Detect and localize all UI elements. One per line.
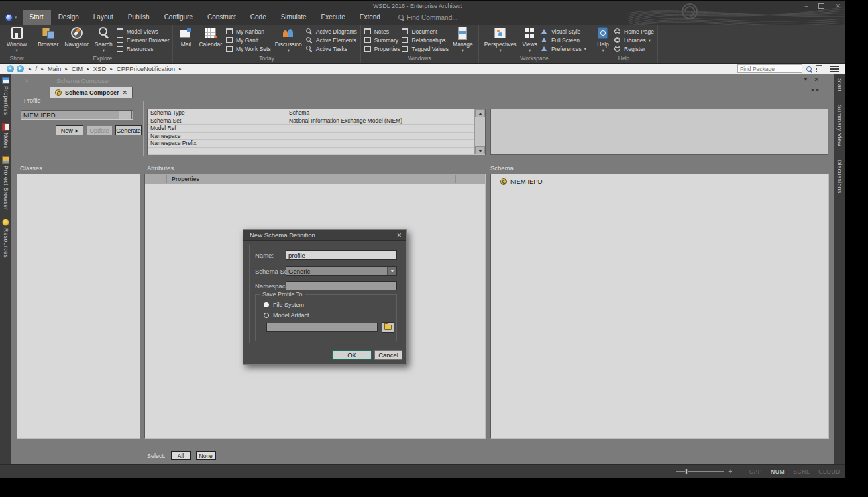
- schema-root-item[interactable]: NIEM IEPD: [500, 178, 543, 185]
- panel-close-icon[interactable]: ✕: [814, 76, 819, 83]
- sidebar-item-discussions[interactable]: Discussions: [836, 160, 843, 193]
- restore-icon[interactable]: [818, 3, 824, 9]
- sidebar-item-properties[interactable]: Properties: [2, 77, 9, 115]
- schema-set-dropdown[interactable]: Generic: [286, 266, 397, 276]
- scroll-up-icon[interactable]: [475, 109, 485, 117]
- ribbon-tab-construct[interactable]: Construct: [200, 10, 243, 25]
- forward-button[interactable]: [17, 65, 24, 72]
- ribbon-item-resources[interactable]: Resources: [117, 45, 170, 52]
- ribbon-tab-execute[interactable]: Execute: [314, 10, 353, 25]
- tab-close-icon[interactable]: ✕: [123, 89, 128, 96]
- classes-panel[interactable]: [17, 174, 140, 439]
- ribbon-button-navigator[interactable]: Navigator: [62, 25, 90, 52]
- radio-option-model-artifact[interactable]: Model Artifact: [264, 312, 309, 319]
- ribbon-item-visual-style[interactable]: Visual Style: [541, 28, 586, 35]
- dropdown-arrow-icon[interactable]: [387, 267, 396, 275]
- ribbon-tab-publish[interactable]: Publish: [121, 10, 157, 25]
- ribbon-item-properties[interactable]: Properties: [364, 45, 400, 52]
- cancel-button[interactable]: Cancel: [374, 350, 402, 360]
- back-button[interactable]: [7, 65, 14, 72]
- ribbon-button-discussion[interactable]: Discussion▾: [273, 25, 304, 52]
- ribbon-item-libraries[interactable]: Libraries▾: [614, 36, 654, 44]
- table-row[interactable]: Schema SetNational Information Exchange …: [148, 117, 485, 125]
- artifact-path-field[interactable]: [266, 323, 378, 332]
- scroll-down-icon[interactable]: [475, 146, 485, 154]
- ribbon-button-perspectives[interactable]: Perspectives▾: [482, 25, 519, 52]
- ribbon-tab-layout[interactable]: Layout: [86, 10, 121, 25]
- namespace-field[interactable]: [286, 281, 397, 290]
- ribbon-button-manage[interactable]: Manage▾: [451, 25, 475, 52]
- pin-down-icon[interactable]: ▼: [803, 76, 808, 82]
- select-all-button[interactable]: All: [171, 451, 191, 460]
- generate-button[interactable]: Generate: [115, 125, 142, 135]
- browse-folder-button[interactable]: [382, 322, 394, 333]
- ribbon-item-full-screen[interactable]: Full Screen: [541, 36, 586, 44]
- ribbon-item-active-tasks[interactable]: Active Tasks: [306, 45, 357, 52]
- search-icon[interactable]: [806, 66, 812, 72]
- breadcrumb-item-main[interactable]: Main: [48, 65, 62, 72]
- sidebar-item-notes[interactable]: Notes: [2, 123, 9, 149]
- update-button[interactable]: Update: [86, 125, 113, 135]
- breadcrumb-item-blank[interactable]: /: [36, 65, 38, 72]
- table-scrollbar[interactable]: [474, 109, 485, 154]
- ribbon-item-home-page[interactable]: Home Page: [614, 28, 654, 35]
- app-menu-button[interactable]: ▾: [0, 10, 23, 25]
- ribbon-tab-design[interactable]: Design: [51, 10, 86, 25]
- sidebar-item-resources[interactable]: Resources: [2, 219, 9, 258]
- ribbon-tab-extend[interactable]: Extend: [353, 10, 388, 25]
- zoom-slider-thumb[interactable]: [685, 469, 688, 474]
- name-field[interactable]: [286, 250, 397, 260]
- zoom-in-button[interactable]: +: [728, 468, 732, 475]
- ribbon-item-my-gantt[interactable]: My Gantt: [226, 36, 271, 44]
- ribbon-item-active-diagrams[interactable]: Active Diagrams: [306, 28, 357, 35]
- ok-button[interactable]: OK: [332, 350, 372, 360]
- tab-schema-composer[interactable]: Schema Composer ✕: [50, 87, 133, 98]
- tab-scroll-arrows[interactable]: ◂▸: [811, 87, 822, 93]
- radio-option-file-system[interactable]: File System: [264, 302, 304, 308]
- ribbon-item-my-work-sets[interactable]: My Work Sets: [226, 45, 271, 52]
- status-scrl[interactable]: SCRL: [793, 469, 810, 475]
- find-command[interactable]: Find Command...: [398, 10, 458, 25]
- zoom-slider[interactable]: [676, 471, 724, 472]
- breadcrumb-item-cpppricenotification[interactable]: CPPPriceNotification: [117, 65, 175, 72]
- status-num[interactable]: NUM: [771, 469, 785, 475]
- table-row[interactable]: Namespace: [148, 133, 485, 140]
- profile-browse-button[interactable]: ...: [119, 111, 132, 119]
- package-filter-icon[interactable]: [816, 65, 822, 72]
- ribbon-button-views[interactable]: Views▾: [520, 25, 539, 52]
- ribbon-item-relationships[interactable]: Relationships: [402, 36, 449, 44]
- sidebar-item-summary-view[interactable]: Summary View: [836, 105, 843, 146]
- minimize-icon[interactable]: –: [804, 3, 808, 9]
- ribbon-item-summary[interactable]: Summary: [364, 36, 400, 44]
- select-none-button[interactable]: None: [196, 451, 216, 460]
- ribbon-tab-code[interactable]: Code: [243, 10, 274, 25]
- ribbon-button-search[interactable]: Search▾: [93, 25, 115, 52]
- menu-icon[interactable]: [830, 66, 839, 67]
- ribbon-item-model-views[interactable]: Model Views: [117, 28, 170, 35]
- ribbon-tab-start[interactable]: Start: [23, 10, 51, 25]
- ribbon-item-register[interactable]: Register: [614, 45, 654, 52]
- table-row[interactable]: Namespace Prefix: [148, 140, 485, 148]
- ribbon-tab-simulate[interactable]: Simulate: [274, 10, 314, 25]
- profile-field[interactable]: NIEM IEPD ...: [21, 110, 133, 120]
- table-row[interactable]: [148, 148, 485, 156]
- status-cap[interactable]: CAP: [749, 469, 762, 475]
- ribbon-item-element-browser[interactable]: Element Browser: [117, 36, 170, 44]
- ribbon-item-tagged-values[interactable]: Tagged Values: [402, 45, 449, 52]
- table-row[interactable]: Schema TypeSchema: [148, 109, 485, 117]
- sidebar-item-project-browser[interactable]: Project Browser: [2, 156, 9, 211]
- ribbon-button-window[interactable]: Window▾: [5, 25, 28, 52]
- ribbon-item-active-elements[interactable]: Active Elements: [306, 36, 357, 44]
- ribbon-button-help[interactable]: Help▾: [594, 25, 612, 52]
- breadcrumb-item-xsd[interactable]: XSD: [93, 65, 107, 72]
- schema-panel[interactable]: NIEM IEPD: [490, 174, 829, 439]
- new-button[interactable]: New ▶: [56, 125, 83, 135]
- ribbon-button-mail[interactable]: Mail: [176, 25, 195, 52]
- find-package-input[interactable]: [737, 64, 802, 73]
- zoom-out-button[interactable]: –: [667, 468, 671, 475]
- table-row[interactable]: Model Ref: [148, 125, 485, 133]
- dialog-close-icon[interactable]: ✕: [396, 230, 402, 241]
- ribbon-item-my-kanban[interactable]: My Kanban: [226, 28, 271, 35]
- close-icon[interactable]: ✕: [835, 3, 840, 9]
- sidebar-item-start[interactable]: Start: [836, 78, 843, 91]
